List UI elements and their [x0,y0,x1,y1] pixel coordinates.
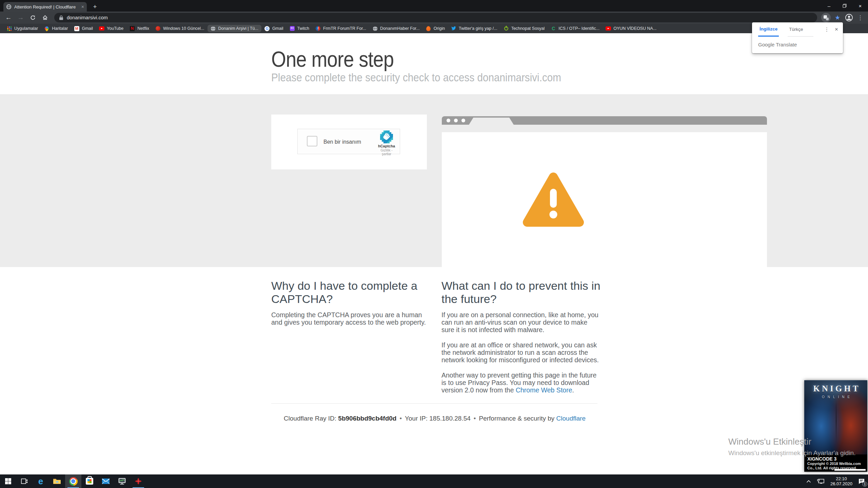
hcaptcha-logo-icon[interactable] [380,130,393,143]
netflix-icon [130,26,135,31]
bookmark-oyun-videosu[interactable]: OYUN VİDEOSU NA... [603,25,659,32]
bookmark-frmtr[interactable]: FrmTR ForumTR For... [312,25,369,32]
tab-favicon-globe-icon [6,4,12,9]
bookmark-twitch[interactable]: Twitch [287,25,312,32]
browser-toolbar: ← → donanimarsivi.com ★ ⋮ [0,12,868,24]
bookmark-youtube[interactable]: YouTube [96,25,126,32]
network-icon[interactable] [814,474,828,488]
system-monitor-icon[interactable] [114,474,130,488]
chrome-web-store-link[interactable]: Chrome Web Store [516,386,572,394]
bookmark-netflix[interactable]: Netflix [126,25,152,32]
twitter-icon [451,26,456,31]
frmtr-icon [315,26,321,31]
taskbar-clock[interactable]: 22:10 26.07.2020 [828,476,855,486]
cloudflare-link[interactable]: Cloudflare [556,415,586,422]
c-icon [551,26,556,31]
browser-mockup-titlebar [442,116,767,125]
page-title: One more step [271,47,394,72]
bookmark-donanim-arsivi[interactable]: Donanim Arşivi | Tü... [208,25,261,32]
translate-tab-turkish[interactable]: Türkçe [788,22,813,37]
edge-icon[interactable]: e [33,474,49,488]
translate-tabs: İngilizce Türkçe ⋮ × [752,22,843,37]
bookmark-maps[interactable]: Haritalar [41,25,71,32]
profile-avatar-icon[interactable] [844,13,854,22]
back-icon[interactable]: ← [3,13,14,23]
browser-tab[interactable]: Attention Required! | Cloudflare × [3,2,87,12]
bookmark-windows10[interactable]: Windows 10 Güncel... [152,25,208,32]
tab-close-icon[interactable]: × [81,4,84,9]
page-subtitle: Please complete the security check to ac… [271,71,561,84]
why-captcha-body: Completing the CAPTCHA proves you are a … [271,311,427,326]
clock-date: 26.07.2020 [830,481,852,486]
start-button[interactable] [0,474,16,488]
translate-options-icon[interactable]: ⋮ [824,26,829,33]
hcaptcha-privacy-links[interactable]: Gizlilik - şartlar [377,148,396,156]
bookmark-apps[interactable]: Uygulamalar [3,25,41,32]
tab-strip: Attention Required! | Cloudflare × + – × [0,0,868,12]
gmail-icon [74,26,79,31]
youtube-icon [606,26,611,31]
browser-mockup-content [442,132,767,267]
url-text[interactable]: donanimarsivi.com [67,15,108,20]
globe-icon [372,26,378,31]
bookmarks-bar: Uygulamalar Haritalar Gmail YouTube Netf… [0,24,868,33]
bookmark-technopat[interactable]: Technopat Sosyal [500,25,548,32]
reload-icon[interactable] [28,13,38,23]
loading-bar [834,469,866,471]
https-lock-icon[interactable] [59,15,63,20]
clock-time: 22:10 [830,476,852,481]
origin-icon [426,26,431,31]
xpadder-icon[interactable] [130,474,146,488]
bookmark-ics-otp[interactable]: ICS / OTP– Identific... [548,25,603,32]
ray-id: 5b906bbd9cb4fd0d [338,415,396,422]
tray-chevron-up-icon[interactable] [803,474,814,488]
prevent-section: What can I do to prevent this in the fut… [441,279,601,402]
prevent-heading: What can I do to prevent this in the fut… [441,279,601,306]
cloudflare-challenge-page: One more step Please complete the securi… [0,33,868,474]
bookmark-origin[interactable]: Origin [423,25,448,32]
hcaptcha-checkbox[interactable] [307,136,317,146]
translate-extension-icon[interactable] [821,13,831,22]
your-ip: 185.180.28.54 [429,415,471,422]
xigncode-info-strip: XIGNCODE 3 Copyright © 2018 Wellbia.com … [804,454,867,472]
bookmark-donanimhaber[interactable]: DonanımHaber For... [369,25,423,32]
bookmark-twitter[interactable]: Twitter'a giriş yap /... [448,25,500,32]
translate-close-icon[interactable]: × [835,26,838,33]
why-captcha-section: Why do I have to complete a CAPTCHA? Com… [271,279,427,326]
translate-attribution: Google Translate [752,37,843,53]
system-tray: 22:10 26.07.2020 1 [803,474,868,488]
windows-activation-watermark: Windows'u Etkinleştir Windows'u etkinleş… [728,436,855,457]
microsoft-store-icon[interactable] [81,474,98,488]
chrome-icon[interactable] [65,474,81,488]
address-bar[interactable]: donanimarsivi.com [54,13,817,22]
mail-icon[interactable] [98,474,114,488]
file-explorer-icon[interactable] [49,474,65,488]
hcaptcha-brand: hCaptcha [377,144,396,148]
maps-pin-icon [44,26,50,31]
page-footer: Cloudflare Ray ID: 5b906bbd9cb4fd0d•Your… [271,415,599,422]
restore-button[interactable] [837,0,852,12]
close-window-button[interactable]: × [852,0,868,12]
new-tab-button[interactable]: + [91,3,99,11]
window-controls: – × [821,0,868,12]
twitch-icon [290,26,295,31]
bookmark-star-icon[interactable]: ★ [833,14,842,21]
minimize-button[interactable]: – [821,0,837,12]
footer-divider [271,403,597,404]
action-center-icon[interactable]: 1 [855,474,868,488]
youtube-icon [99,26,104,31]
knight-online-window[interactable]: KNIGHT ONLINE XIGNCODE 3 Copyright © 201… [804,380,867,472]
task-view-button[interactable] [16,474,33,488]
captcha-panel: Ben bir insanım hCaptcha Gizlilik - şart… [271,115,427,169]
translate-tab-english[interactable]: İngilizce [758,22,779,37]
home-icon[interactable] [40,13,50,23]
warning-triangle-icon [522,171,584,228]
red-circle-icon [155,26,161,31]
google-g-icon [264,26,270,31]
browser-menu-icon[interactable]: ⋮ [856,14,865,21]
bookmark-gmail-2[interactable]: Gmail [261,25,287,32]
bookmark-gmail[interactable]: Gmail [71,25,96,32]
hcaptcha-checkbox-label: Ben bir insanım [323,129,361,155]
globe-icon [211,26,216,31]
mockup-tab-shape [469,118,514,125]
